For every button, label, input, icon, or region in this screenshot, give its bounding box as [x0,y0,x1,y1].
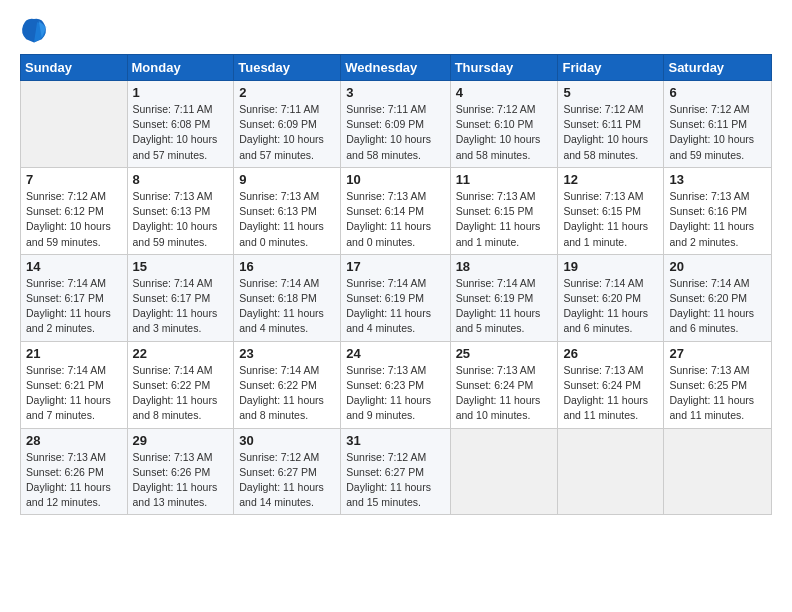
day-cell: 17Sunrise: 7:14 AM Sunset: 6:19 PM Dayli… [341,254,450,341]
weekday-wednesday: Wednesday [341,55,450,81]
day-cell: 12Sunrise: 7:13 AM Sunset: 6:15 PM Dayli… [558,167,664,254]
day-cell: 24Sunrise: 7:13 AM Sunset: 6:23 PM Dayli… [341,341,450,428]
weekday-friday: Friday [558,55,664,81]
day-info: Sunrise: 7:13 AM Sunset: 6:14 PM Dayligh… [346,189,444,250]
day-info: Sunrise: 7:11 AM Sunset: 6:08 PM Dayligh… [133,102,229,163]
day-cell: 29Sunrise: 7:13 AM Sunset: 6:26 PM Dayli… [127,428,234,515]
day-number: 27 [669,346,766,361]
day-info: Sunrise: 7:14 AM Sunset: 6:20 PM Dayligh… [669,276,766,337]
day-cell: 23Sunrise: 7:14 AM Sunset: 6:22 PM Dayli… [234,341,341,428]
day-number: 29 [133,433,229,448]
day-number: 26 [563,346,658,361]
day-info: Sunrise: 7:14 AM Sunset: 6:17 PM Dayligh… [26,276,122,337]
day-cell [21,81,128,168]
day-cell: 5Sunrise: 7:12 AM Sunset: 6:11 PM Daylig… [558,81,664,168]
day-cell: 6Sunrise: 7:12 AM Sunset: 6:11 PM Daylig… [664,81,772,168]
day-cell: 9Sunrise: 7:13 AM Sunset: 6:13 PM Daylig… [234,167,341,254]
day-info: Sunrise: 7:14 AM Sunset: 6:18 PM Dayligh… [239,276,335,337]
day-info: Sunrise: 7:11 AM Sunset: 6:09 PM Dayligh… [346,102,444,163]
day-info: Sunrise: 7:14 AM Sunset: 6:19 PM Dayligh… [346,276,444,337]
day-cell: 15Sunrise: 7:14 AM Sunset: 6:17 PM Dayli… [127,254,234,341]
day-info: Sunrise: 7:13 AM Sunset: 6:25 PM Dayligh… [669,363,766,424]
day-number: 20 [669,259,766,274]
day-cell: 13Sunrise: 7:13 AM Sunset: 6:16 PM Dayli… [664,167,772,254]
day-number: 4 [456,85,553,100]
day-number: 23 [239,346,335,361]
day-cell: 16Sunrise: 7:14 AM Sunset: 6:18 PM Dayli… [234,254,341,341]
day-cell: 19Sunrise: 7:14 AM Sunset: 6:20 PM Dayli… [558,254,664,341]
day-info: Sunrise: 7:12 AM Sunset: 6:11 PM Dayligh… [563,102,658,163]
day-info: Sunrise: 7:13 AM Sunset: 6:26 PM Dayligh… [26,450,122,511]
day-number: 8 [133,172,229,187]
day-info: Sunrise: 7:12 AM Sunset: 6:12 PM Dayligh… [26,189,122,250]
day-cell: 18Sunrise: 7:14 AM Sunset: 6:19 PM Dayli… [450,254,558,341]
week-row-3: 14Sunrise: 7:14 AM Sunset: 6:17 PM Dayli… [21,254,772,341]
logo [20,16,52,44]
day-number: 17 [346,259,444,274]
day-number: 14 [26,259,122,274]
day-info: Sunrise: 7:14 AM Sunset: 6:22 PM Dayligh… [133,363,229,424]
day-cell: 26Sunrise: 7:13 AM Sunset: 6:24 PM Dayli… [558,341,664,428]
weekday-sunday: Sunday [21,55,128,81]
day-cell: 4Sunrise: 7:12 AM Sunset: 6:10 PM Daylig… [450,81,558,168]
day-info: Sunrise: 7:13 AM Sunset: 6:15 PM Dayligh… [456,189,553,250]
weekday-saturday: Saturday [664,55,772,81]
day-info: Sunrise: 7:12 AM Sunset: 6:10 PM Dayligh… [456,102,553,163]
day-cell: 27Sunrise: 7:13 AM Sunset: 6:25 PM Dayli… [664,341,772,428]
day-number: 28 [26,433,122,448]
day-number: 2 [239,85,335,100]
day-info: Sunrise: 7:12 AM Sunset: 6:27 PM Dayligh… [239,450,335,511]
weekday-monday: Monday [127,55,234,81]
day-number: 3 [346,85,444,100]
day-number: 24 [346,346,444,361]
page: SundayMondayTuesdayWednesdayThursdayFrid… [0,0,792,612]
day-cell: 3Sunrise: 7:11 AM Sunset: 6:09 PM Daylig… [341,81,450,168]
day-cell: 1Sunrise: 7:11 AM Sunset: 6:08 PM Daylig… [127,81,234,168]
day-info: Sunrise: 7:14 AM Sunset: 6:20 PM Dayligh… [563,276,658,337]
day-number: 1 [133,85,229,100]
day-number: 22 [133,346,229,361]
week-row-2: 7Sunrise: 7:12 AM Sunset: 6:12 PM Daylig… [21,167,772,254]
day-cell: 10Sunrise: 7:13 AM Sunset: 6:14 PM Dayli… [341,167,450,254]
day-number: 18 [456,259,553,274]
day-info: Sunrise: 7:14 AM Sunset: 6:17 PM Dayligh… [133,276,229,337]
day-number: 7 [26,172,122,187]
day-info: Sunrise: 7:13 AM Sunset: 6:24 PM Dayligh… [456,363,553,424]
day-info: Sunrise: 7:13 AM Sunset: 6:16 PM Dayligh… [669,189,766,250]
day-cell [664,428,772,515]
day-number: 6 [669,85,766,100]
day-number: 31 [346,433,444,448]
day-info: Sunrise: 7:13 AM Sunset: 6:26 PM Dayligh… [133,450,229,511]
day-info: Sunrise: 7:14 AM Sunset: 6:19 PM Dayligh… [456,276,553,337]
day-cell: 11Sunrise: 7:13 AM Sunset: 6:15 PM Dayli… [450,167,558,254]
day-cell: 2Sunrise: 7:11 AM Sunset: 6:09 PM Daylig… [234,81,341,168]
day-cell: 31Sunrise: 7:12 AM Sunset: 6:27 PM Dayli… [341,428,450,515]
generalblue-logo-icon [20,16,48,44]
day-info: Sunrise: 7:12 AM Sunset: 6:11 PM Dayligh… [669,102,766,163]
day-number: 25 [456,346,553,361]
day-cell: 21Sunrise: 7:14 AM Sunset: 6:21 PM Dayli… [21,341,128,428]
day-info: Sunrise: 7:13 AM Sunset: 6:15 PM Dayligh… [563,189,658,250]
day-cell: 8Sunrise: 7:13 AM Sunset: 6:13 PM Daylig… [127,167,234,254]
day-cell: 22Sunrise: 7:14 AM Sunset: 6:22 PM Dayli… [127,341,234,428]
day-number: 13 [669,172,766,187]
day-number: 11 [456,172,553,187]
day-info: Sunrise: 7:13 AM Sunset: 6:24 PM Dayligh… [563,363,658,424]
day-number: 30 [239,433,335,448]
day-number: 19 [563,259,658,274]
day-cell: 25Sunrise: 7:13 AM Sunset: 6:24 PM Dayli… [450,341,558,428]
day-cell: 28Sunrise: 7:13 AM Sunset: 6:26 PM Dayli… [21,428,128,515]
day-cell [450,428,558,515]
day-info: Sunrise: 7:13 AM Sunset: 6:23 PM Dayligh… [346,363,444,424]
week-row-1: 1Sunrise: 7:11 AM Sunset: 6:08 PM Daylig… [21,81,772,168]
day-cell: 20Sunrise: 7:14 AM Sunset: 6:20 PM Dayli… [664,254,772,341]
day-number: 9 [239,172,335,187]
day-number: 5 [563,85,658,100]
day-info: Sunrise: 7:13 AM Sunset: 6:13 PM Dayligh… [133,189,229,250]
day-info: Sunrise: 7:14 AM Sunset: 6:22 PM Dayligh… [239,363,335,424]
weekday-header-row: SundayMondayTuesdayWednesdayThursdayFrid… [21,55,772,81]
day-cell: 7Sunrise: 7:12 AM Sunset: 6:12 PM Daylig… [21,167,128,254]
week-row-4: 21Sunrise: 7:14 AM Sunset: 6:21 PM Dayli… [21,341,772,428]
day-number: 16 [239,259,335,274]
day-number: 15 [133,259,229,274]
